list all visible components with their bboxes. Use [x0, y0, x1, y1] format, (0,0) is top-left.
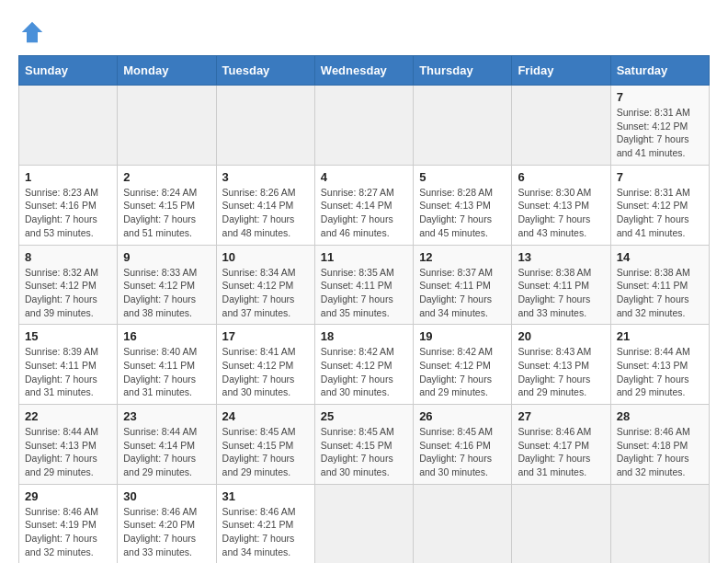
- day-info: Sunrise: 8:41 AMSunset: 4:12 PMDaylight:…: [222, 345, 309, 399]
- day-info: Sunrise: 8:35 AMSunset: 4:11 PMDaylight:…: [321, 266, 407, 320]
- day-number: 2: [123, 170, 210, 184]
- day-info: Sunrise: 8:27 AMSunset: 4:14 PMDaylight:…: [321, 186, 407, 240]
- svg-marker-0: [22, 22, 43, 43]
- day-info: Sunrise: 8:23 AMSunset: 4:16 PMDaylight:…: [25, 186, 111, 240]
- day-header-thursday: Thursday: [414, 56, 512, 86]
- calendar-body: 7Sunrise: 8:31 AMSunset: 4:12 PMDaylight…: [19, 86, 710, 564]
- day-info: Sunrise: 8:31 AMSunset: 4:12 PMDaylight:…: [617, 106, 703, 160]
- day-number: 4: [321, 170, 407, 184]
- calendar-cell: [610, 484, 709, 563]
- calendar-cell: 24Sunrise: 8:45 AMSunset: 4:15 PMDayligh…: [216, 405, 314, 485]
- day-info: Sunrise: 8:37 AMSunset: 4:11 PMDaylight:…: [419, 266, 506, 320]
- day-header-monday: Monday: [118, 56, 216, 86]
- calendar-cell: [512, 86, 610, 166]
- day-number: 13: [518, 250, 604, 264]
- calendar-cell: 9Sunrise: 8:33 AMSunset: 4:12 PMDaylight…: [118, 245, 216, 325]
- week-row-2: 8Sunrise: 8:32 AMSunset: 4:12 PMDaylight…: [19, 245, 710, 325]
- day-info: Sunrise: 8:40 AMSunset: 4:11 PMDaylight:…: [123, 345, 210, 399]
- day-number: 6: [518, 170, 604, 184]
- day-info: Sunrise: 8:44 AMSunset: 4:13 PMDaylight:…: [25, 425, 111, 479]
- day-info: Sunrise: 8:30 AMSunset: 4:13 PMDaylight:…: [518, 186, 604, 240]
- calendar-cell: [414, 86, 512, 166]
- day-number: 27: [518, 409, 604, 423]
- calendar-cell: 13Sunrise: 8:38 AMSunset: 4:11 PMDayligh…: [512, 245, 610, 325]
- day-info: Sunrise: 8:38 AMSunset: 4:11 PMDaylight:…: [518, 266, 604, 320]
- calendar-cell: 28Sunrise: 8:46 AMSunset: 4:18 PMDayligh…: [610, 405, 709, 485]
- calendar-cell: 17Sunrise: 8:41 AMSunset: 4:12 PMDayligh…: [216, 325, 314, 405]
- day-info: Sunrise: 8:38 AMSunset: 4:11 PMDaylight:…: [617, 266, 703, 320]
- calendar-cell: [216, 86, 314, 166]
- calendar-cell: 20Sunrise: 8:43 AMSunset: 4:13 PMDayligh…: [512, 325, 610, 405]
- day-number: 17: [222, 329, 309, 343]
- calendar-cell: 18Sunrise: 8:42 AMSunset: 4:12 PMDayligh…: [314, 325, 413, 405]
- day-info: Sunrise: 8:42 AMSunset: 4:12 PMDaylight:…: [321, 345, 407, 399]
- day-number: 28: [617, 409, 703, 423]
- day-info: Sunrise: 8:24 AMSunset: 4:15 PMDaylight:…: [123, 186, 210, 240]
- day-number: 12: [419, 250, 506, 264]
- calendar-cell: 1Sunrise: 8:23 AMSunset: 4:16 PMDaylight…: [19, 165, 118, 245]
- calendar-cell: 10Sunrise: 8:34 AMSunset: 4:12 PMDayligh…: [216, 245, 314, 325]
- day-number: 11: [321, 250, 407, 264]
- day-number: 15: [25, 329, 111, 343]
- day-number: 23: [123, 409, 210, 423]
- day-info: Sunrise: 8:39 AMSunset: 4:11 PMDaylight:…: [25, 345, 111, 399]
- day-number: 29: [25, 489, 111, 503]
- day-number: 25: [321, 409, 407, 423]
- day-info: Sunrise: 8:28 AMSunset: 4:13 PMDaylight:…: [419, 186, 506, 240]
- calendar-cell: 2Sunrise: 8:24 AMSunset: 4:15 PMDaylight…: [118, 165, 216, 245]
- day-number: 20: [518, 329, 604, 343]
- calendar-cell: 11Sunrise: 8:35 AMSunset: 4:11 PMDayligh…: [314, 245, 413, 325]
- calendar-header: SundayMondayTuesdayWednesdayThursdayFrid…: [19, 56, 710, 86]
- calendar-cell: 6Sunrise: 8:30 AMSunset: 4:13 PMDaylight…: [512, 165, 610, 245]
- day-number: 22: [25, 409, 111, 423]
- calendar-table: SundayMondayTuesdayWednesdayThursdayFrid…: [18, 55, 710, 563]
- calendar-cell: 14Sunrise: 8:38 AMSunset: 4:11 PMDayligh…: [610, 245, 709, 325]
- calendar-cell: 31Sunrise: 8:46 AMSunset: 4:21 PMDayligh…: [216, 484, 314, 563]
- day-number: 26: [419, 409, 506, 423]
- day-info: Sunrise: 8:43 AMSunset: 4:13 PMDaylight:…: [518, 345, 604, 399]
- day-header-wednesday: Wednesday: [314, 56, 413, 86]
- calendar-cell: 7Sunrise: 8:31 AMSunset: 4:12 PMDaylight…: [610, 86, 709, 166]
- calendar-cell: 3Sunrise: 8:26 AMSunset: 4:14 PMDaylight…: [216, 165, 314, 245]
- calendar-cell: [314, 86, 413, 166]
- day-header-friday: Friday: [512, 56, 610, 86]
- day-info: Sunrise: 8:31 AMSunset: 4:12 PMDaylight:…: [617, 186, 703, 240]
- calendar-cell: 12Sunrise: 8:37 AMSunset: 4:11 PMDayligh…: [414, 245, 512, 325]
- calendar-cell: 27Sunrise: 8:46 AMSunset: 4:17 PMDayligh…: [512, 405, 610, 485]
- calendar-cell: [118, 86, 216, 166]
- day-info: Sunrise: 8:46 AMSunset: 4:20 PMDaylight:…: [123, 505, 210, 559]
- calendar-cell: [414, 484, 512, 563]
- day-number: 31: [222, 489, 309, 503]
- calendar-cell: 7Sunrise: 8:31 AMSunset: 4:12 PMDaylight…: [610, 165, 709, 245]
- calendar-cell: 22Sunrise: 8:44 AMSunset: 4:13 PMDayligh…: [19, 405, 118, 485]
- calendar-cell: [19, 86, 118, 166]
- day-info: Sunrise: 8:33 AMSunset: 4:12 PMDaylight:…: [123, 266, 210, 320]
- calendar-cell: 26Sunrise: 8:45 AMSunset: 4:16 PMDayligh…: [414, 405, 512, 485]
- day-info: Sunrise: 8:45 AMSunset: 4:15 PMDaylight:…: [222, 425, 309, 479]
- calendar-cell: 25Sunrise: 8:45 AMSunset: 4:15 PMDayligh…: [314, 405, 413, 485]
- calendar-cell: 21Sunrise: 8:44 AMSunset: 4:13 PMDayligh…: [610, 325, 709, 405]
- calendar-cell: 23Sunrise: 8:44 AMSunset: 4:14 PMDayligh…: [118, 405, 216, 485]
- day-number: 18: [321, 329, 407, 343]
- day-number: 19: [419, 329, 506, 343]
- day-number: 24: [222, 409, 309, 423]
- day-header-sunday: Sunday: [19, 56, 118, 86]
- day-number: 10: [222, 250, 309, 264]
- day-number: 9: [123, 250, 210, 264]
- day-info: Sunrise: 8:46 AMSunset: 4:17 PMDaylight:…: [518, 425, 604, 479]
- week-row-3: 15Sunrise: 8:39 AMSunset: 4:11 PMDayligh…: [19, 325, 710, 405]
- day-header-saturday: Saturday: [610, 56, 709, 86]
- day-number: 30: [123, 489, 210, 503]
- day-info: Sunrise: 8:44 AMSunset: 4:14 PMDaylight:…: [123, 425, 210, 479]
- day-info: Sunrise: 8:42 AMSunset: 4:12 PMDaylight:…: [419, 345, 506, 399]
- day-info: Sunrise: 8:45 AMSunset: 4:15 PMDaylight:…: [321, 425, 407, 479]
- calendar-cell: 29Sunrise: 8:46 AMSunset: 4:19 PMDayligh…: [19, 484, 118, 563]
- day-number: 7: [617, 90, 703, 104]
- calendar-cell: 8Sunrise: 8:32 AMSunset: 4:12 PMDaylight…: [19, 245, 118, 325]
- day-number: 3: [222, 170, 309, 184]
- day-info: Sunrise: 8:32 AMSunset: 4:12 PMDaylight:…: [25, 266, 111, 320]
- day-number: 8: [25, 250, 111, 264]
- week-row-1: 1Sunrise: 8:23 AMSunset: 4:16 PMDaylight…: [19, 165, 710, 245]
- week-row-4: 22Sunrise: 8:44 AMSunset: 4:13 PMDayligh…: [19, 405, 710, 485]
- day-info: Sunrise: 8:46 AMSunset: 4:18 PMDaylight:…: [617, 425, 703, 479]
